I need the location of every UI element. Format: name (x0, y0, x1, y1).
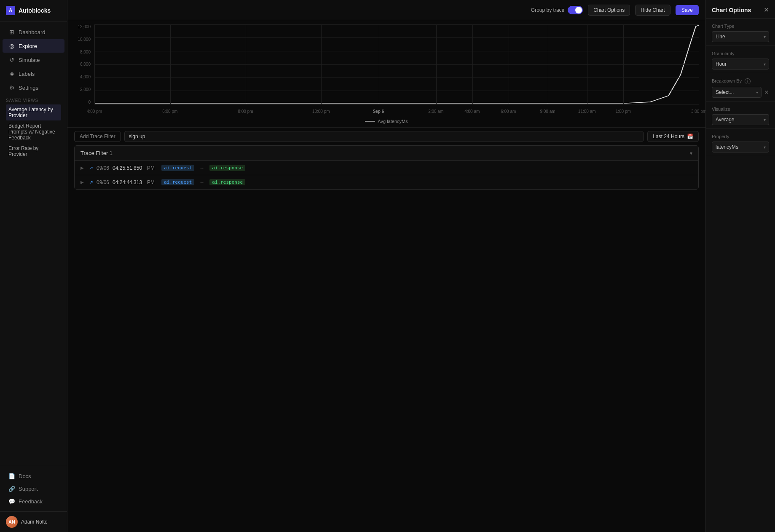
support-link[interactable]: 🔗 Support (3, 483, 64, 495)
granularity-select-wrapper: Minute Hour Day (712, 59, 769, 70)
table-row[interactable]: ▶ ↗ 09/06 04:25:51.850 PM ai.request → a… (75, 161, 698, 175)
property-select[interactable]: latencyMs tokens cost (712, 142, 769, 152)
sidebar: A Autoblocks ⊞ Dashboard ◎ Explore ↺ Sim… (0, 0, 67, 532)
group-by-trace-toggle[interactable] (568, 6, 583, 14)
feedback-link[interactable]: 💬 Feedback (3, 495, 64, 508)
x-label-600am: 6:00 am (501, 109, 516, 114)
feedback-icon: 💬 (8, 498, 15, 505)
hide-chart-button[interactable]: Hide Chart (635, 5, 670, 16)
trace-from-tag: ai.request (161, 179, 194, 185)
sidebar-item-label: Simulate (19, 57, 40, 63)
trace-arrow: → (199, 165, 204, 171)
logo-icon: A (6, 6, 15, 15)
sidebar-item-dashboard[interactable]: ⊞ Dashboard (3, 25, 64, 39)
info-icon[interactable]: i (745, 78, 751, 84)
granularity-section: Granularity Minute Hour Day (706, 46, 775, 73)
sidebar-item-labels[interactable]: ◈ Labels (3, 67, 64, 80)
trace-period: PM (147, 179, 155, 185)
table-row[interactable]: ▶ ↗ 09/06 04:24:44.313 PM ai.request → a… (75, 175, 698, 189)
breakdown-by-section: Breakdown By i Select... Provider Model … (706, 73, 775, 102)
sidebar-item-label: Settings (19, 85, 38, 91)
x-label-400pm: 4:00 pm (87, 109, 102, 114)
breakdown-clear-icon[interactable]: ✕ (764, 89, 769, 95)
property-section: Property latencyMs tokens cost (706, 129, 775, 156)
dashboard-icon: ⊞ (8, 29, 15, 35)
external-link-icon[interactable]: ↗ (89, 165, 93, 171)
trace-to-tag: ai.response (209, 179, 245, 185)
docs-link[interactable]: 📄 Docs (3, 470, 64, 482)
chart-container: 12,000 10,000 8,000 6,000 4,000 2,000 0 (67, 20, 705, 532)
docs-icon: 📄 (8, 473, 15, 479)
x-label-sep6: Sep 6 (373, 109, 384, 114)
saved-views-label: Saved Views (6, 98, 61, 103)
sidebar-item-settings[interactable]: ⚙ Settings (3, 81, 64, 94)
close-icon[interactable]: ✕ (764, 6, 769, 14)
filter-input[interactable] (124, 131, 644, 142)
granularity-select[interactable]: Minute Hour Day (712, 59, 769, 70)
saved-view-error-rate[interactable]: Error Rate by Provider (6, 143, 61, 159)
y-label-8000: 8,000 (80, 50, 91, 54)
trace-date: 09/06 (97, 179, 109, 185)
y-label-10000: 10,000 (78, 37, 91, 42)
group-by-trace: Group by trace (531, 6, 583, 14)
chart-type-select[interactable]: Line Bar Area (712, 31, 769, 42)
external-link-icon[interactable]: ↗ (89, 179, 93, 185)
user-section[interactable]: AN Adam Nolte (0, 511, 67, 532)
trace-from-tag: ai.request (161, 165, 194, 171)
last-24-hours-button[interactable]: Last 24 Hours 📅 (647, 131, 699, 142)
x-label-800pm: 8:00 pm (238, 109, 253, 114)
saved-views-section: Saved Views Average Latency by Provider … (0, 95, 67, 161)
x-label-200am: 2:00 am (428, 109, 443, 114)
visualize-select-wrapper: Average Sum Count P50 P95 P99 (712, 114, 769, 125)
x-label-600pm: 6:00 pm (162, 109, 177, 114)
x-axis: 4:00 pm 6:00 pm 8:00 pm 10:00 pm Sep 6 2… (94, 105, 699, 117)
avatar: AN (6, 516, 18, 528)
user-name: Adam Nolte (21, 519, 48, 525)
chart-type-section: Chart Type Line Bar Area (706, 19, 775, 46)
visualize-select[interactable]: Average Sum Count P50 P95 P99 (712, 114, 769, 125)
x-label-100pm: 1:00 pm (616, 109, 631, 114)
save-button[interactable]: Save (676, 5, 699, 15)
y-axis: 12,000 10,000 8,000 6,000 4,000 2,000 0 (74, 24, 93, 104)
breakdown-select-wrapper: Select... Provider Model (712, 87, 762, 98)
support-label: Support (19, 486, 38, 492)
breakdown-by-select[interactable]: Select... Provider Model (712, 87, 762, 98)
breakdown-by-label: Breakdown By i (712, 78, 769, 84)
explore-icon: ◎ (8, 43, 15, 49)
trace-to-tag: ai.response (209, 165, 245, 171)
x-label-900am: 9:00 am (540, 109, 555, 114)
trace-filter-header[interactable]: Trace Filter 1 ▾ (75, 146, 698, 161)
top-bar: Group by trace Chart Options Hide Chart … (67, 0, 705, 20)
app-name: Autoblocks (19, 7, 51, 14)
expand-icon: ▶ (80, 180, 86, 184)
sidebar-item-label: Labels (19, 71, 35, 77)
chart-legend: Avg latencyMs (74, 117, 699, 127)
sidebar-item-simulate[interactable]: ↺ Simulate (3, 53, 64, 67)
breakdown-by-row: Select... Provider Model ✕ (712, 87, 769, 98)
y-label-4000: 4,000 (80, 75, 91, 79)
calendar-icon: 📅 (687, 134, 693, 139)
trace-time: 04:25:51.850 (113, 165, 142, 171)
x-label-1100am: 11:00 am (578, 109, 596, 114)
trace-filter-panel: Trace Filter 1 ▾ ▶ ↗ 09/06 04:25:51.850 … (74, 145, 699, 190)
chart-options-button[interactable]: Chart Options (588, 5, 630, 16)
x-label-1000pm: 10:00 pm (312, 109, 330, 114)
right-panel-title: Chart Options (712, 7, 751, 13)
app-logo[interactable]: A Autoblocks (0, 0, 67, 21)
group-by-trace-label: Group by trace (531, 7, 564, 13)
saved-view-budget-report[interactable]: Budget Report Prompts w/ Negative Feedba… (6, 121, 61, 143)
chart-area: 12,000 10,000 8,000 6,000 4,000 2,000 0 (74, 24, 699, 117)
y-label-6000: 6,000 (80, 62, 91, 67)
saved-view-avg-latency[interactable]: Average Latency by Provider (6, 104, 61, 120)
sidebar-item-explore[interactable]: ◎ Explore (3, 39, 64, 53)
trace-time: 04:24:44.313 (113, 179, 142, 185)
feedback-label: Feedback (19, 498, 43, 505)
legend-line (365, 121, 375, 122)
docs-label: Docs (19, 473, 31, 479)
add-trace-filter-button[interactable]: Add Trace Filter (74, 131, 121, 142)
chart-wrapper: 12,000 10,000 8,000 6,000 4,000 2,000 0 (67, 20, 705, 127)
y-label-0: 0 (88, 100, 91, 104)
chart-type-label: Chart Type (712, 24, 769, 29)
chart-type-select-wrapper: Line Bar Area (712, 31, 769, 42)
trace-arrow: → (199, 179, 204, 185)
